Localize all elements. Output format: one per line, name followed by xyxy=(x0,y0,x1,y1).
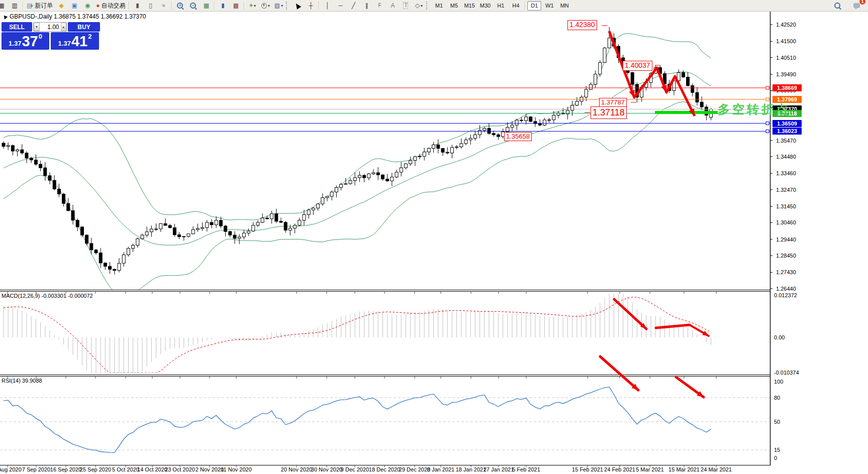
line-chart-type-button[interactable]: ≈ xyxy=(157,1,169,11)
notifications-button[interactable]: 1 xyxy=(850,1,862,11)
buy-price-pip: 2 xyxy=(88,33,91,40)
add-indicator-icon: + xyxy=(249,3,253,9)
shapes-icon: ◇ xyxy=(415,3,420,9)
periods-button[interactable]: ▾ xyxy=(259,1,271,11)
horizontal-line-icon: ─ xyxy=(338,3,343,9)
panel-frame xyxy=(0,11,773,467)
chat-icon xyxy=(853,3,860,8)
horizontal-level-lines xyxy=(0,86,770,133)
toolbar-separator xyxy=(244,2,244,10)
zoom-in-button[interactable]: + xyxy=(174,1,186,11)
cascade-icon: ▩ xyxy=(233,3,239,9)
search-button[interactable] xyxy=(831,1,843,11)
tick-chart-button[interactable]: ◆ xyxy=(55,1,67,11)
zoom-out-button[interactable]: − xyxy=(187,1,199,11)
dropdown-arrow-icon: ▾ xyxy=(281,4,283,8)
autotrading-icon: ● xyxy=(96,3,100,9)
vertical-line-icon: │ xyxy=(326,3,330,9)
sell-button[interactable]: SELL xyxy=(2,22,32,32)
clock-icon xyxy=(261,3,267,9)
toolbar-drag-handle[interactable] xyxy=(286,2,289,10)
zoom-in-icon: + xyxy=(177,3,183,9)
timeframe-m1-button[interactable]: M1 xyxy=(432,1,446,11)
signals-button[interactable]: ◉ xyxy=(81,1,93,11)
timeframe-w1-button[interactable]: W1 xyxy=(542,1,556,11)
timeframe-h4-button[interactable]: H4 xyxy=(509,1,523,11)
toolbar-separator xyxy=(214,2,215,10)
text-label-button[interactable]: T xyxy=(400,1,412,11)
zoom-out-icon: − xyxy=(190,3,196,9)
autotrading-label: 自动交易 xyxy=(101,2,125,10)
search-icon xyxy=(834,3,840,9)
timeframe-h1-button[interactable]: H1 xyxy=(494,1,508,11)
text-label-icon: T xyxy=(403,2,408,9)
fibonacci-icon: F xyxy=(378,3,381,9)
sell-price-pip: 0 xyxy=(39,33,42,40)
crosshair-button[interactable]: ┼ xyxy=(305,1,317,11)
chart-profile-icon: ▥ xyxy=(12,3,17,9)
auto-arrange-button[interactable]: ▮ xyxy=(217,1,229,11)
line-end-marker xyxy=(766,122,769,125)
timeframe-m15-button[interactable]: M15 xyxy=(462,1,476,11)
autotrading-button[interactable]: ● 自动交易 xyxy=(94,1,127,11)
candlesticks xyxy=(2,27,713,275)
sell-price-big: 37 xyxy=(22,34,38,49)
line-end-marker xyxy=(766,86,769,89)
crosshair-icon: ┼ xyxy=(309,3,313,9)
toolbar-drag-handle[interactable] xyxy=(426,2,429,10)
buy-price-big: 41 xyxy=(71,34,87,49)
buy-price-prefix: 1.37 xyxy=(58,40,71,47)
text-icon: A xyxy=(391,3,395,9)
templates-icon: ▨ xyxy=(274,3,280,9)
new-chart-icon: ▦ xyxy=(0,3,5,9)
vertical-line-button[interactable]: │ xyxy=(321,1,333,11)
line-chart-icon: ≈ xyxy=(162,3,165,9)
new-order-label: 新订单 xyxy=(35,2,53,10)
new-order-button[interactable]: ▤ + 新订单 xyxy=(25,1,54,11)
tile-windows-button[interactable]: ▦ xyxy=(200,1,212,11)
text-button[interactable]: A xyxy=(387,1,399,11)
main-chart-panel xyxy=(2,27,713,297)
symbol-marker-icon xyxy=(3,14,8,20)
buy-price-panel[interactable]: 1.37412 xyxy=(51,32,99,50)
arrows-button[interactable]: ◇▾ xyxy=(413,1,425,11)
volume-stepper: ▼ ▲ xyxy=(33,22,67,32)
chart-canvas[interactable] xyxy=(0,0,868,474)
dropdown-arrow-icon: ▾ xyxy=(268,4,270,8)
buy-button[interactable]: BUY xyxy=(68,22,100,32)
chart-profile-button[interactable]: ▥ xyxy=(9,1,21,11)
timeframe-m30-button[interactable]: M30 xyxy=(478,1,493,11)
volume-increase-button[interactable]: ▲ xyxy=(61,23,67,31)
horizontal-line-button[interactable]: ─ xyxy=(334,1,346,11)
sell-price-prefix: 1.37 xyxy=(9,40,21,47)
channel-button[interactable]: ∥ xyxy=(360,1,372,11)
macd-arrows xyxy=(614,299,709,336)
bar-chart-type-button[interactable]: ▮ xyxy=(131,1,143,11)
cursor-button[interactable] xyxy=(292,1,304,11)
fibonacci-button[interactable]: F xyxy=(373,1,385,11)
timeframe-toolbar: M1M5M15M30H1H4D1W1MN xyxy=(431,1,572,11)
toolbar-separator xyxy=(171,2,172,10)
new-chart-button[interactable]: ▦ xyxy=(0,1,8,11)
depth-of-market-button[interactable]: ▣ xyxy=(68,1,80,11)
green-support-zone xyxy=(655,111,718,114)
volume-input[interactable] xyxy=(40,23,61,31)
auto-arrange-icon: ▮ xyxy=(221,3,225,9)
one-click-trading-widget: SELL ▼ ▲ BUY 1.37370 1.37412 xyxy=(2,22,100,50)
sell-price-panel[interactable]: 1.37370 xyxy=(2,32,49,50)
timeframe-d1-button[interactable]: D1 xyxy=(527,1,541,11)
timeframe-mn-button[interactable]: MN xyxy=(557,1,571,11)
line-end-marker xyxy=(766,130,769,133)
tick-chart-icon: ◆ xyxy=(59,3,64,9)
notification-badge: 1 xyxy=(859,0,865,5)
cascade-button[interactable]: ▩ xyxy=(230,1,242,11)
depth-of-market-icon: ▣ xyxy=(72,3,77,9)
templates-button[interactable]: ▨▾ xyxy=(272,1,284,11)
bar-chart-icon: ▮ xyxy=(136,3,139,9)
volume-decrease-button[interactable]: ▼ xyxy=(34,23,40,31)
trendline-button[interactable]: ╱ xyxy=(347,1,359,11)
timeframe-m5-button[interactable]: M5 xyxy=(447,1,461,11)
candlestick-chart-type-button[interactable]: ▯ xyxy=(144,1,156,11)
add-indicator-button[interactable]: +▾ xyxy=(246,1,258,11)
tile-windows-icon: ▦ xyxy=(204,3,209,9)
